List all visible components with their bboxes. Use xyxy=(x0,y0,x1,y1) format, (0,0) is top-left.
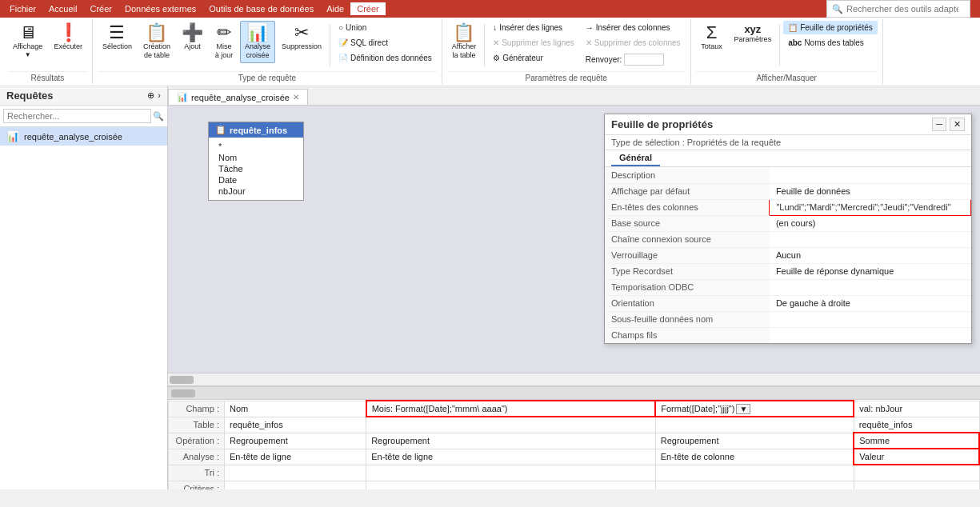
props-close-button[interactable]: ✕ xyxy=(950,118,965,131)
search-input[interactable] xyxy=(846,4,958,14)
table-row[interactable]: Date xyxy=(215,174,297,186)
parametres-button[interactable]: xyz Paramètres xyxy=(730,21,777,47)
props-panel-subtitle: Type de sélection : Propriétés de la req… xyxy=(605,135,971,150)
props-row-value[interactable]: "Lundi";"Mardi";"Mercredi";"Jeudi";"Vend… xyxy=(770,199,971,215)
grid-cell[interactable]: val: nbJour xyxy=(854,401,979,417)
grid-cell[interactable] xyxy=(655,465,854,481)
ribbon-search-box[interactable]: 🔍 xyxy=(826,0,970,18)
supprimer-colonnes-button[interactable]: ✕ Supprimer des colonnes xyxy=(581,36,686,50)
menu-aide[interactable]: Aide xyxy=(320,2,350,15)
menu-donnees-externes[interactable]: Données externes xyxy=(118,2,202,15)
creation-table-button[interactable]: 📋 Créationde table xyxy=(138,21,175,63)
union-button[interactable]: ○ Union xyxy=(334,21,437,34)
sidebar-search-input[interactable] xyxy=(3,109,151,123)
sidebar-search-icon[interactable]: 🔍 xyxy=(153,111,164,122)
props-row-value[interactable]: De gauche à droite xyxy=(770,295,971,311)
noms-tables-button[interactable]: abc Noms des tables xyxy=(783,36,878,50)
sidebar-item-requete[interactable]: 📊 requête_analyse_croisée xyxy=(0,127,167,146)
grid-cell[interactable] xyxy=(655,417,854,433)
grid-cell[interactable]: Regroupement xyxy=(655,433,854,449)
affichage-label: Affichage xyxy=(13,42,42,51)
grid-cell[interactable]: requête_infos xyxy=(225,417,366,433)
grid-cell[interactable]: Regroupement xyxy=(225,433,366,449)
grid-cell[interactable] xyxy=(225,465,366,481)
union-icon: ○ xyxy=(338,23,343,32)
executer-button[interactable]: ❗ Exécuter xyxy=(49,21,87,54)
sidebar-items-list: 📊 requête_analyse_croisée xyxy=(0,127,167,489)
props-row-value[interactable]: Aucun xyxy=(770,247,971,263)
tab-close-icon[interactable]: ✕ xyxy=(293,93,299,102)
sql-direct-button[interactable]: 📝 SQL direct xyxy=(334,36,437,50)
grid-cell[interactable] xyxy=(655,481,854,489)
table-row[interactable]: * xyxy=(215,141,297,152)
props-tab-general[interactable]: Général xyxy=(611,150,660,166)
renvoyer-input[interactable] xyxy=(624,54,664,66)
grid-cell[interactable]: En-tête de colonne xyxy=(655,449,854,465)
generateur-button[interactable]: ⚙ Générateur xyxy=(488,51,579,65)
grid-cell[interactable]: requête_infos xyxy=(854,417,979,433)
definition-donnees-button[interactable]: 📄 Définition des données xyxy=(334,51,437,65)
menu-outils-bdd[interactable]: Outils de base de données xyxy=(202,2,320,15)
grid-cell[interactable] xyxy=(225,481,366,489)
props-row-value[interactable] xyxy=(770,327,971,343)
props-row-label: Champs fils xyxy=(605,327,770,343)
grid-cell[interactable]: En-tête de ligne xyxy=(225,449,366,465)
props-scroll-area[interactable]: DescriptionAffichage par défautFeuille d… xyxy=(605,167,971,343)
supprimer-lignes-button[interactable]: ✕ Supprimer les lignes xyxy=(488,36,579,50)
grid-cell[interactable]: Regroupement xyxy=(366,433,656,449)
totaux-button[interactable]: Σ Totaux xyxy=(696,21,728,54)
affichage-button[interactable]: 🖥 Affichage ▼ xyxy=(8,21,47,62)
grid-cell[interactable]: Somme xyxy=(854,433,979,449)
grid-row-header: Tri : xyxy=(169,465,225,481)
props-tab-bar: Général xyxy=(605,150,971,167)
grid-cell[interactable]: En-tête de ligne xyxy=(366,449,656,465)
props-row-value[interactable]: (en cours) xyxy=(770,215,971,231)
ribbon-group-query-params: 📋 Afficherla table ↓ Insérer des lignes … xyxy=(442,19,691,84)
props-row-label: Chaîne connexion source xyxy=(605,231,770,247)
grid-cell[interactable]: Format([Date];"jjjj")▼ xyxy=(655,401,854,417)
props-row-label: Orientation xyxy=(605,295,770,311)
mise-a-jour-button[interactable]: ✏ Miseà jour xyxy=(210,21,238,63)
props-row-value[interactable] xyxy=(770,167,971,183)
content-tab-requete[interactable]: 📊 requête_analyse_croisée ✕ xyxy=(168,89,308,105)
inserer-lignes-button[interactable]: ↓ Insérer des lignes xyxy=(488,21,579,34)
props-row-value[interactable]: Feuille de réponse dynamique xyxy=(770,263,971,279)
search-icon: 🔍 xyxy=(832,4,843,14)
props-minimize-button[interactable]: ─ xyxy=(932,118,946,131)
hscroll-thumb[interactable] xyxy=(170,376,194,384)
table-row[interactable]: nbJour xyxy=(215,186,297,197)
sidebar-expand-icon[interactable]: ⊕ xyxy=(147,90,154,101)
canvas-hscroll[interactable] xyxy=(168,373,980,385)
menu-accueil[interactable]: Accueil xyxy=(42,2,83,15)
grid-cell-dropdown[interactable]: ▼ xyxy=(736,404,750,414)
grid-cell[interactable]: Nom xyxy=(225,401,366,417)
renvoyer-button[interactable]: Renvoyer: xyxy=(581,51,686,68)
grid-cell[interactable] xyxy=(854,465,979,481)
grid-cell[interactable] xyxy=(366,417,656,433)
props-row-value[interactable] xyxy=(770,231,971,247)
props-row-value[interactable]: Feuille de données xyxy=(770,183,971,199)
table-row[interactable]: Tâche xyxy=(215,163,297,174)
props-row-label: Affichage par défaut xyxy=(605,183,770,199)
inserer-colonnes-button[interactable]: → Insérer des colonnes xyxy=(581,21,686,34)
menu-creer-active[interactable]: Créer xyxy=(350,2,386,15)
ajout-button[interactable]: ➕ Ajout xyxy=(177,21,208,54)
afficher-table-button[interactable]: 📋 Afficherla table xyxy=(447,21,481,63)
grid-cell[interactable] xyxy=(366,465,656,481)
menu-fichier[interactable]: Fichier xyxy=(3,2,42,15)
menu-creer[interactable]: Créer xyxy=(83,2,118,15)
grid-cell[interactable]: Valeur xyxy=(854,449,979,465)
selection-button[interactable]: ☰ Sélection xyxy=(98,21,137,54)
grid-cell[interactable] xyxy=(366,481,656,489)
sidebar-chevron-icon[interactable]: › xyxy=(158,90,161,101)
suppression-button[interactable]: ✂ Suppression xyxy=(277,21,326,54)
grid-cell[interactable]: Mois: Format([Date];"mmm\ aaaa") xyxy=(366,401,656,417)
feuille-proprietes-button[interactable]: 📋 Feuille de propriétés xyxy=(783,21,878,34)
props-row-value[interactable] xyxy=(770,311,971,327)
props-row-value[interactable] xyxy=(770,279,971,295)
analyse-croisee-button[interactable]: 📊 Analysecroisée xyxy=(240,21,275,63)
grid-cell[interactable] xyxy=(854,481,979,489)
inserer-colonnes-icon: → xyxy=(586,23,594,32)
table-row[interactable]: Nom xyxy=(215,152,297,163)
query-table-header[interactable]: 📋 requête_infos xyxy=(209,122,303,138)
